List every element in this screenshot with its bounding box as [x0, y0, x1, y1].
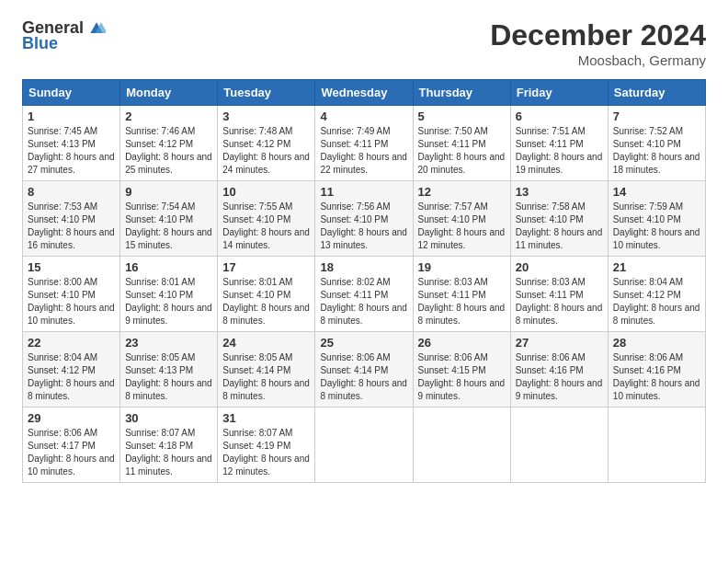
calendar-header: SundayMondayTuesdayWednesdayThursdayFrid…	[23, 80, 706, 106]
calendar-cell: 31Sunrise: 8:07 AMSunset: 4:19 PMDayligh…	[218, 408, 315, 483]
day-number: 27	[516, 336, 603, 350]
day-number: 25	[320, 336, 407, 350]
calendar-cell: 16Sunrise: 8:01 AMSunset: 4:10 PMDayligh…	[120, 257, 218, 332]
calendar-cell	[315, 408, 413, 483]
calendar-table: SundayMondayTuesdayWednesdayThursdayFrid…	[22, 79, 706, 483]
day-info: Sunrise: 8:07 AMSunset: 4:19 PMDaylight:…	[222, 427, 310, 478]
calendar-cell	[608, 408, 705, 483]
day-info: Sunrise: 8:06 AMSunset: 4:16 PMDaylight:…	[516, 351, 603, 403]
col-header-monday: Monday	[120, 80, 218, 106]
col-header-tuesday: Tuesday	[218, 80, 315, 106]
day-info: Sunrise: 8:01 AMSunset: 4:10 PMDaylight:…	[125, 276, 212, 327]
day-info: Sunrise: 8:00 AMSunset: 4:10 PMDaylight:…	[28, 276, 115, 327]
calendar-cell: 25Sunrise: 8:06 AMSunset: 4:14 PMDayligh…	[315, 332, 413, 408]
day-number: 28	[613, 336, 700, 350]
day-number: 8	[28, 185, 115, 199]
calendar-cell: 5Sunrise: 7:50 AMSunset: 4:11 PMDaylight…	[413, 106, 510, 181]
day-info: Sunrise: 7:55 AMSunset: 4:10 PMDaylight:…	[222, 201, 310, 252]
day-info: Sunrise: 7:57 AMSunset: 4:10 PMDaylight:…	[418, 201, 506, 252]
day-info: Sunrise: 8:06 AMSunset: 4:16 PMDaylight:…	[613, 351, 700, 403]
title-block: December 2024 Moosbach, Germany	[490, 18, 706, 68]
location: Moosbach, Germany	[490, 52, 706, 68]
day-info: Sunrise: 7:45 AMSunset: 4:13 PMDaylight:…	[28, 125, 115, 177]
calendar-cell: 15Sunrise: 8:00 AMSunset: 4:10 PMDayligh…	[23, 257, 120, 332]
calendar-cell: 27Sunrise: 8:06 AMSunset: 4:16 PMDayligh…	[510, 332, 608, 408]
day-info: Sunrise: 7:49 AMSunset: 4:11 PMDaylight:…	[320, 125, 407, 177]
day-number: 22	[28, 336, 115, 350]
day-number: 15	[28, 260, 115, 274]
calendar-cell: 12Sunrise: 7:57 AMSunset: 4:10 PMDayligh…	[413, 181, 510, 257]
day-number: 3	[222, 109, 310, 123]
calendar-cell: 21Sunrise: 8:04 AMSunset: 4:12 PMDayligh…	[608, 257, 705, 332]
calendar-cell: 20Sunrise: 8:03 AMSunset: 4:11 PMDayligh…	[510, 257, 608, 332]
day-info: Sunrise: 8:03 AMSunset: 4:11 PMDaylight:…	[418, 276, 506, 327]
calendar-cell: 14Sunrise: 7:59 AMSunset: 4:10 PMDayligh…	[608, 181, 705, 257]
col-header-thursday: Thursday	[413, 80, 510, 106]
day-number: 19	[418, 260, 506, 274]
calendar-cell: 1Sunrise: 7:45 AMSunset: 4:13 PMDaylight…	[23, 106, 120, 181]
day-number: 31	[222, 411, 310, 425]
day-info: Sunrise: 7:54 AMSunset: 4:10 PMDaylight:…	[125, 201, 212, 252]
calendar-week-4: 22Sunrise: 8:04 AMSunset: 4:12 PMDayligh…	[23, 332, 706, 408]
col-header-saturday: Saturday	[608, 80, 705, 106]
calendar-cell: 4Sunrise: 7:49 AMSunset: 4:11 PMDaylight…	[315, 106, 413, 181]
day-info: Sunrise: 8:05 AMSunset: 4:14 PMDaylight:…	[222, 351, 310, 403]
calendar-cell	[510, 408, 608, 483]
day-info: Sunrise: 8:04 AMSunset: 4:12 PMDaylight:…	[613, 276, 700, 327]
page-header: General Blue December 2024 Moosbach, Ger…	[22, 18, 706, 68]
calendar-cell: 29Sunrise: 8:06 AMSunset: 4:17 PMDayligh…	[23, 408, 120, 483]
calendar-cell: 9Sunrise: 7:54 AMSunset: 4:10 PMDaylight…	[120, 181, 218, 257]
calendar-cell: 30Sunrise: 8:07 AMSunset: 4:18 PMDayligh…	[120, 408, 218, 483]
day-info: Sunrise: 8:04 AMSunset: 4:12 PMDaylight:…	[28, 351, 115, 403]
day-info: Sunrise: 7:51 AMSunset: 4:11 PMDaylight:…	[516, 125, 603, 177]
calendar-cell: 17Sunrise: 8:01 AMSunset: 4:10 PMDayligh…	[218, 257, 315, 332]
day-number: 9	[125, 185, 212, 199]
day-info: Sunrise: 8:02 AMSunset: 4:11 PMDaylight:…	[320, 276, 407, 327]
calendar-week-1: 1Sunrise: 7:45 AMSunset: 4:13 PMDaylight…	[23, 106, 706, 181]
day-number: 21	[613, 260, 700, 274]
calendar-cell: 11Sunrise: 7:56 AMSunset: 4:10 PMDayligh…	[315, 181, 413, 257]
day-info: Sunrise: 7:58 AMSunset: 4:10 PMDaylight:…	[516, 201, 603, 252]
day-number: 1	[28, 109, 115, 123]
day-number: 12	[418, 185, 506, 199]
day-info: Sunrise: 7:48 AMSunset: 4:12 PMDaylight:…	[222, 125, 310, 177]
day-number: 5	[418, 109, 506, 123]
calendar-cell: 23Sunrise: 8:05 AMSunset: 4:13 PMDayligh…	[120, 332, 218, 408]
day-number: 24	[222, 336, 310, 350]
day-number: 16	[125, 260, 212, 274]
day-info: Sunrise: 8:06 AMSunset: 4:14 PMDaylight:…	[320, 351, 407, 403]
calendar-cell: 3Sunrise: 7:48 AMSunset: 4:12 PMDaylight…	[218, 106, 315, 181]
calendar-week-2: 8Sunrise: 7:53 AMSunset: 4:10 PMDaylight…	[23, 181, 706, 257]
calendar-cell: 6Sunrise: 7:51 AMSunset: 4:11 PMDaylight…	[510, 106, 608, 181]
day-number: 11	[320, 185, 407, 199]
calendar-cell: 10Sunrise: 7:55 AMSunset: 4:10 PMDayligh…	[218, 181, 315, 257]
day-number: 4	[320, 109, 407, 123]
day-number: 18	[320, 260, 407, 274]
day-info: Sunrise: 7:46 AMSunset: 4:12 PMDaylight:…	[125, 125, 212, 177]
calendar-cell: 8Sunrise: 7:53 AMSunset: 4:10 PMDaylight…	[23, 181, 120, 257]
day-number: 17	[222, 260, 310, 274]
day-info: Sunrise: 7:53 AMSunset: 4:10 PMDaylight:…	[28, 201, 115, 252]
logo-icon	[87, 19, 106, 38]
day-number: 13	[516, 185, 603, 199]
calendar-cell: 18Sunrise: 8:02 AMSunset: 4:11 PMDayligh…	[315, 257, 413, 332]
day-number: 20	[516, 260, 603, 274]
day-info: Sunrise: 7:59 AMSunset: 4:10 PMDaylight:…	[613, 201, 700, 252]
col-header-wednesday: Wednesday	[315, 80, 413, 106]
calendar-cell: 7Sunrise: 7:52 AMSunset: 4:10 PMDaylight…	[608, 106, 705, 181]
calendar-cell: 28Sunrise: 8:06 AMSunset: 4:16 PMDayligh…	[608, 332, 705, 408]
day-info: Sunrise: 7:52 AMSunset: 4:10 PMDaylight:…	[613, 125, 700, 177]
calendar-cell: 24Sunrise: 8:05 AMSunset: 4:14 PMDayligh…	[218, 332, 315, 408]
logo: General Blue	[22, 18, 106, 53]
day-number: 30	[125, 411, 212, 425]
calendar-week-5: 29Sunrise: 8:06 AMSunset: 4:17 PMDayligh…	[23, 408, 706, 483]
day-info: Sunrise: 7:50 AMSunset: 4:11 PMDaylight:…	[418, 125, 506, 177]
logo-blue-text: Blue	[22, 34, 58, 53]
calendar-cell: 22Sunrise: 8:04 AMSunset: 4:12 PMDayligh…	[23, 332, 120, 408]
month-title: December 2024	[490, 18, 706, 52]
day-info: Sunrise: 8:07 AMSunset: 4:18 PMDaylight:…	[125, 427, 212, 478]
calendar-cell	[413, 408, 510, 483]
day-number: 2	[125, 109, 212, 123]
day-number: 7	[613, 109, 700, 123]
day-info: Sunrise: 8:06 AMSunset: 4:15 PMDaylight:…	[418, 351, 506, 403]
